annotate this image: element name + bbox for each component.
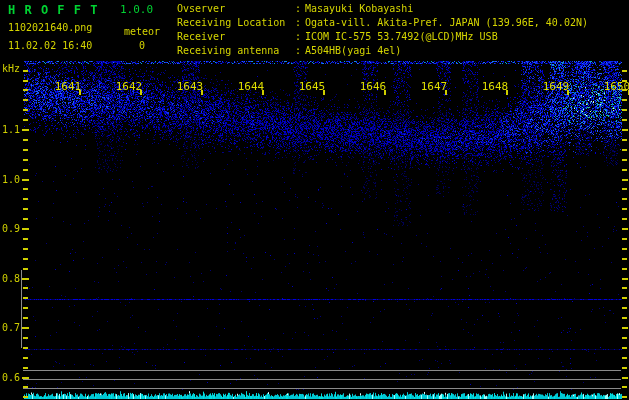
time-label: 1649	[542, 80, 570, 93]
freq-tick-right	[622, 139, 627, 141]
time-label: 1647	[420, 80, 448, 93]
y-axis-unit: kHz	[0, 63, 20, 74]
time-label: 1642	[115, 80, 143, 93]
freq-tick-left	[23, 169, 28, 171]
freq-tick-right	[622, 218, 627, 220]
freq-tick-left	[23, 268, 28, 270]
time-tick	[323, 90, 325, 95]
time-tick	[384, 90, 386, 95]
freq-tick-left	[23, 80, 28, 82]
freq-label: 0.6	[0, 372, 20, 383]
freq-tick-right	[622, 159, 627, 161]
freq-tick-left	[23, 258, 28, 260]
freq-tick-left	[23, 70, 28, 72]
freq-tick-left	[22, 228, 29, 230]
level-reference-line	[23, 379, 621, 380]
freq-tick-left	[23, 139, 28, 141]
freq-label: 1.0	[0, 174, 20, 185]
freq-tick-right	[622, 386, 627, 388]
freq-tick-right	[622, 228, 628, 230]
info-colon: :	[295, 3, 305, 15]
info-row-receiver: Receiver:ICOM IC-575 53.7492(@LCD)MHz US…	[177, 31, 498, 43]
freq-tick-left	[23, 119, 28, 121]
freq-tick-right	[622, 367, 627, 369]
freq-tick-right	[622, 337, 627, 339]
meteor-count: 0	[139, 40, 145, 52]
freq-tick-right	[622, 248, 627, 250]
freq-tick-right	[622, 327, 628, 329]
freq-tick-left	[23, 248, 28, 250]
freq-tick-right	[622, 278, 628, 280]
freq-tick-right	[622, 149, 627, 151]
freq-tick-right	[622, 188, 627, 190]
freq-tick-left	[22, 179, 29, 181]
info-value: Ogata-vill. Akita-Pref. JAPAN (139.96E, …	[305, 17, 588, 28]
info-row-location: Receiving Location:Ogata-vill. Akita-Pre…	[177, 17, 588, 29]
freq-tick-left	[23, 357, 28, 359]
freq-tick-right	[622, 119, 627, 121]
freq-tick-right	[622, 208, 627, 210]
datetime-label: 11.02.02 16:40	[8, 40, 92, 52]
freq-label: 0.7	[0, 322, 20, 333]
freq-tick-left	[23, 149, 28, 151]
freq-tick-left	[23, 188, 28, 190]
time-tick	[262, 90, 264, 95]
freq-tick-left	[23, 317, 28, 319]
info-colon: :	[295, 45, 305, 57]
info-colon: :	[295, 31, 305, 43]
freq-tick-right	[622, 70, 627, 72]
info-value: A504HB(yagi 4el)	[305, 45, 401, 56]
mode-label: meteor	[124, 26, 160, 38]
freq-label: 0.8	[0, 273, 20, 284]
info-label: Receiver	[177, 31, 295, 43]
output-filename: 1102021640.png	[8, 22, 92, 34]
time-label: 1646	[359, 80, 387, 93]
time-label: 1645	[298, 80, 326, 93]
freq-tick-right	[622, 377, 628, 379]
freq-tick-right	[622, 109, 627, 111]
time-label: 1650	[603, 80, 629, 93]
freq-tick-right	[622, 198, 627, 200]
info-label: Receiving antenna	[177, 45, 295, 57]
freq-tick-right	[622, 297, 627, 299]
freq-tick-left	[22, 327, 29, 329]
freq-label: 0.9	[0, 223, 20, 234]
freq-tick-right	[622, 307, 627, 309]
freq-tick-left	[23, 337, 28, 339]
freq-tick-left	[23, 396, 28, 398]
freq-tick-left	[23, 208, 28, 210]
scale-marker-line	[21, 270, 22, 348]
info-row-antenna: Receiving antenna:A504HB(yagi 4el)	[177, 45, 401, 57]
freq-tick-left	[23, 287, 28, 289]
freq-tick-left	[23, 297, 28, 299]
info-row-observer: Ovserver:Masayuki Kobayashi	[177, 3, 413, 15]
hrofft-screen: H R O F F T 1.0.0 1102021640.png meteor …	[0, 0, 629, 400]
freq-tick-left	[23, 307, 28, 309]
freq-tick-left	[23, 347, 28, 349]
freq-tick-right	[622, 287, 627, 289]
freq-tick-right	[622, 268, 627, 270]
freq-tick-right	[622, 317, 627, 319]
spectrogram-canvas	[0, 0, 629, 400]
time-label: 1641	[54, 80, 82, 93]
info-label: Ovserver	[177, 3, 295, 15]
freq-tick-left	[22, 129, 29, 131]
level-reference-line	[23, 388, 621, 389]
freq-tick-right	[622, 179, 628, 181]
freq-tick-left	[23, 159, 28, 161]
info-colon: :	[295, 17, 305, 29]
time-tick	[445, 90, 447, 95]
time-tick	[201, 90, 203, 95]
freq-tick-right	[622, 169, 627, 171]
freq-tick-right	[622, 99, 627, 101]
app-title: H R O F F T	[8, 3, 98, 17]
freq-tick-left	[22, 278, 29, 280]
time-tick	[506, 90, 508, 95]
freq-tick-left	[23, 109, 28, 111]
time-tick	[140, 90, 142, 95]
freq-tick-left	[23, 89, 28, 91]
level-reference-line	[23, 370, 621, 371]
freq-tick-left	[23, 99, 28, 101]
freq-tick-right	[622, 396, 627, 398]
freq-tick-right	[622, 357, 627, 359]
